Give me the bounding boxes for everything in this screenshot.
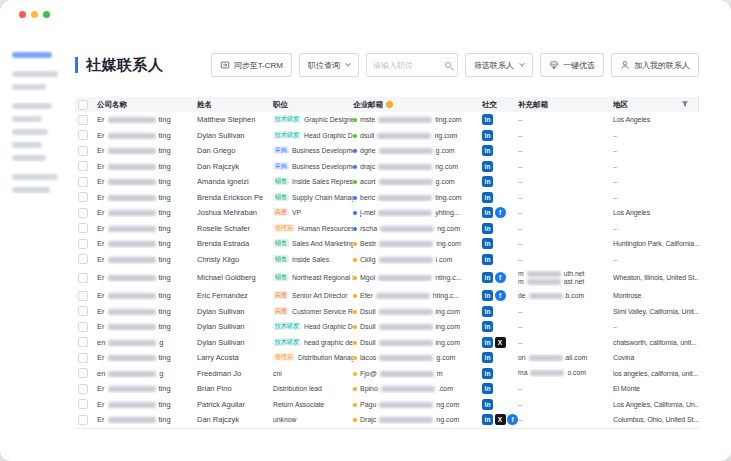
sidebar-item[interactable] bbox=[12, 142, 42, 148]
close-button[interactable] bbox=[19, 11, 26, 18]
linkedin-icon[interactable]: in bbox=[482, 337, 493, 348]
row-checkbox[interactable] bbox=[78, 146, 88, 156]
region-cell: – bbox=[613, 131, 699, 140]
table-row[interactable]: ErtingBrenda Estrada销售Sales And Marketin… bbox=[75, 236, 699, 252]
linkedin-icon[interactable]: in bbox=[482, 383, 493, 394]
position-cell: 管理层Human Resources Ma... bbox=[273, 224, 353, 233]
sync-to-tcrm-button[interactable]: 同步至T-CRM bbox=[211, 53, 292, 77]
email-address: acortg.com bbox=[360, 178, 455, 185]
row-checkbox[interactable] bbox=[78, 368, 88, 378]
row-checkbox[interactable] bbox=[78, 273, 88, 283]
linkedin-icon[interactable]: in bbox=[482, 272, 493, 283]
region-text: – bbox=[613, 146, 617, 155]
minimize-button[interactable] bbox=[31, 11, 38, 18]
select-all-checkbox[interactable] bbox=[78, 100, 88, 110]
table-row[interactable]: ErtingDan Griego采购Business Development .… bbox=[75, 143, 699, 159]
table-row[interactable]: ErtingBrenda Erickson Pe销售Supply Chain M… bbox=[75, 190, 699, 206]
maximize-button[interactable] bbox=[43, 11, 50, 18]
table-row[interactable]: ErtingDan RajczykunknowDrajcng.cominXf–C… bbox=[75, 412, 699, 428]
table-row[interactable]: ErtingJoshua Mehraban高管VPj-melyhting...i… bbox=[75, 205, 699, 221]
table-row[interactable]: engFreedman JocniFjo@minmao.comlos angel… bbox=[75, 366, 699, 382]
add-to-my-contacts-button[interactable]: 加入我的联系人 bbox=[611, 53, 699, 77]
table-row[interactable]: ErtingRoselle Schafer管理层Human Resources … bbox=[75, 221, 699, 237]
facebook-icon[interactable]: f bbox=[495, 272, 506, 283]
search-icon[interactable] bbox=[445, 62, 451, 68]
position-query-dropdown[interactable]: 职位查询 bbox=[299, 53, 359, 77]
row-checkbox[interactable] bbox=[78, 337, 88, 347]
sidebar-item[interactable] bbox=[12, 174, 58, 180]
linkedin-icon[interactable]: in bbox=[482, 145, 493, 156]
linkedin-icon[interactable]: in bbox=[482, 290, 493, 301]
linkedin-icon[interactable]: in bbox=[482, 192, 493, 203]
facebook-icon[interactable]: f bbox=[495, 290, 506, 301]
table-row[interactable]: ErtingDylan Sullivan高管Customer Service R… bbox=[75, 304, 699, 320]
table-row[interactable]: engDylan Sullivan技术研发head graphic design… bbox=[75, 335, 699, 351]
row-checkbox[interactable] bbox=[78, 306, 88, 316]
facebook-icon[interactable]: f bbox=[507, 414, 518, 425]
linkedin-icon[interactable]: in bbox=[482, 176, 493, 187]
row-checkbox[interactable] bbox=[78, 208, 88, 218]
linkedin-icon[interactable]: in bbox=[482, 238, 493, 249]
linkedin-icon[interactable]: in bbox=[482, 306, 493, 317]
linkedin-icon[interactable]: in bbox=[482, 223, 493, 234]
row-checkbox[interactable] bbox=[78, 384, 88, 394]
row-checkbox[interactable] bbox=[78, 353, 88, 363]
table-row[interactable]: ErtingDylan Sullivan技术研发Head Graphic Des… bbox=[75, 319, 699, 335]
linkedin-icon[interactable]: in bbox=[482, 399, 493, 410]
linkedin-icon[interactable]: in bbox=[482, 352, 493, 363]
table-row[interactable]: ErtingEric Fernandez高管Senior Art Directo… bbox=[75, 288, 699, 304]
sidebar-item[interactable] bbox=[12, 116, 42, 122]
row-checkbox[interactable] bbox=[78, 115, 88, 125]
linkedin-icon[interactable]: in bbox=[482, 130, 493, 141]
row-checkbox[interactable] bbox=[78, 291, 88, 301]
sidebar-item[interactable] bbox=[12, 155, 46, 161]
table-row[interactable]: ErtingMatthew Stephen技术研发Graphic Designe… bbox=[75, 112, 699, 128]
linkedin-icon[interactable]: in bbox=[482, 207, 493, 218]
social-cell: inXf bbox=[478, 414, 518, 425]
row-checkbox[interactable] bbox=[78, 254, 88, 264]
x-twitter-icon[interactable]: X bbox=[495, 414, 506, 425]
x-twitter-icon[interactable]: X bbox=[495, 337, 506, 348]
table-row[interactable]: ErtingAmanda Ignelzi销售Inside Sales Repre… bbox=[75, 174, 699, 190]
sidebar-item[interactable] bbox=[12, 84, 46, 90]
sidebar-item[interactable] bbox=[12, 103, 52, 109]
row-checkbox[interactable] bbox=[78, 130, 88, 140]
facebook-icon[interactable]: f bbox=[495, 207, 506, 218]
sidebar-item[interactable] bbox=[12, 71, 58, 77]
table-row[interactable]: ErtingChristy Kilgo销售Inside SalesCkligi.… bbox=[75, 252, 699, 268]
email-cell: dgrieg.com bbox=[353, 146, 478, 155]
sidebar-item[interactable] bbox=[12, 129, 48, 135]
table-row[interactable]: ErtingMichael Goldberg销售Northeast Region… bbox=[75, 267, 699, 288]
table-row[interactable]: ErtingLarry Acosta管理层Distribution Manage… bbox=[75, 350, 699, 366]
row-checkbox[interactable] bbox=[78, 322, 88, 332]
row-checkbox[interactable] bbox=[78, 192, 88, 202]
row-checkbox[interactable] bbox=[78, 239, 88, 249]
linkedin-icon[interactable]: in bbox=[482, 321, 493, 332]
position-search-input[interactable] bbox=[373, 61, 442, 70]
supplementary-email: – bbox=[518, 338, 613, 347]
filter-contacts-dropdown[interactable]: 筛选联系人 bbox=[465, 53, 533, 77]
row-checkbox[interactable] bbox=[78, 223, 88, 233]
filter-funnel-icon[interactable] bbox=[681, 100, 689, 110]
sidebar-item[interactable] bbox=[12, 187, 50, 193]
email-address: Bestring.com bbox=[360, 240, 461, 247]
row-checkbox[interactable] bbox=[78, 415, 88, 425]
table-row[interactable]: ErtingBrian PinoDistribution leadBpino.c… bbox=[75, 381, 699, 397]
linkedin-icon[interactable]: in bbox=[482, 368, 493, 379]
row-checkbox[interactable] bbox=[78, 177, 88, 187]
table-row[interactable]: ErtingDan Rajczyk采购Business Development … bbox=[75, 159, 699, 175]
linkedin-icon[interactable]: in bbox=[482, 161, 493, 172]
linkedin-icon[interactable]: in bbox=[482, 414, 493, 425]
redacted-text bbox=[108, 402, 156, 408]
table-row[interactable]: ErtingDylan Sullivan技术研发Head Graphic Des… bbox=[75, 128, 699, 144]
linkedin-icon[interactable]: in bbox=[482, 254, 493, 265]
linkedin-icon[interactable]: in bbox=[482, 114, 493, 125]
row-checkbox[interactable] bbox=[78, 161, 88, 171]
table-row[interactable]: ErtingPatrick AguilarReturn AssociatePag… bbox=[75, 397, 699, 413]
one-click-optimize-button[interactable]: 一键优选 bbox=[540, 53, 604, 77]
redacted-text bbox=[379, 355, 433, 361]
row-checkbox[interactable] bbox=[78, 399, 88, 409]
email-status-dot bbox=[353, 196, 357, 200]
email-cell: dsullng.com bbox=[353, 131, 478, 140]
sidebar-item[interactable] bbox=[12, 52, 52, 58]
